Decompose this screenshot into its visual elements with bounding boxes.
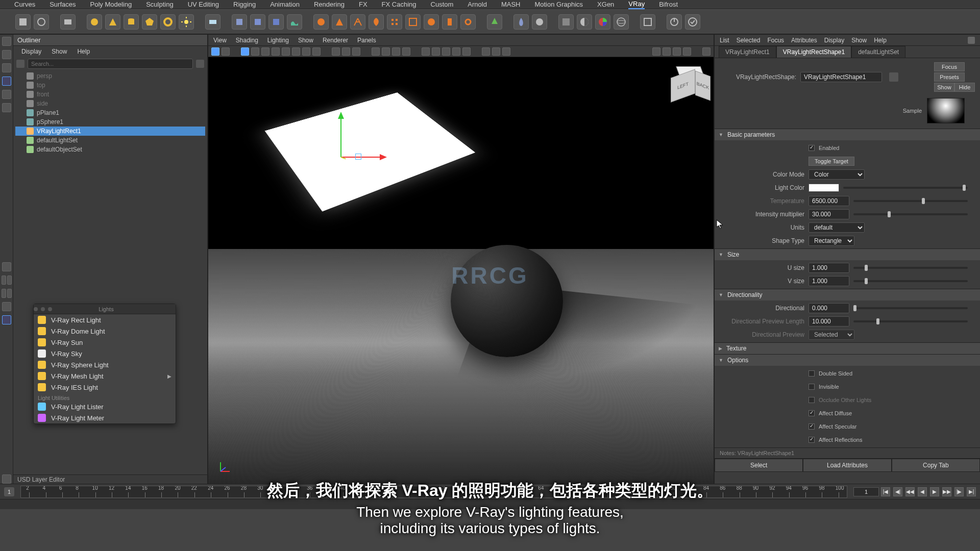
light-color-slider[interactable] <box>843 187 968 189</box>
vp-tool-18[interactable] <box>422 47 430 56</box>
vp-tool-23[interactable] <box>482 47 490 56</box>
shelf-btn-prim-poly[interactable] <box>142 14 157 30</box>
module-animation[interactable]: Animation <box>270 1 300 8</box>
vp-tool-1[interactable] <box>211 47 219 56</box>
shape-select[interactable]: Rectangle <box>808 236 854 246</box>
shelf-btn-file[interactable] <box>15 14 31 30</box>
module-mash[interactable]: MASH <box>501 1 521 8</box>
directional-field[interactable] <box>808 303 849 313</box>
outliner-menu-display[interactable]: Display <box>21 48 41 55</box>
shelf-btn-scene[interactable] <box>60 14 76 30</box>
select-tool[interactable] <box>2 37 11 46</box>
vp-tool-16[interactable] <box>392 47 400 56</box>
light-color-swatch[interactable] <box>808 184 839 192</box>
viewport-menu-lighting[interactable]: Lighting <box>267 37 289 44</box>
vp-tool-20[interactable] <box>442 47 450 56</box>
vp-tool-27[interactable] <box>663 47 671 56</box>
select-button[interactable]: Select <box>715 459 803 472</box>
copy-tab-button[interactable]: Copy Tab <box>892 459 980 472</box>
rotate-tool[interactable] <box>2 90 11 99</box>
vsize-slider[interactable] <box>853 280 968 282</box>
layout-a[interactable] <box>2 276 6 285</box>
vp-tool-30[interactable] <box>702 47 710 56</box>
attr-menu-attributes[interactable]: Attributes <box>791 37 817 44</box>
shelf-btn-frame[interactable] <box>640 14 655 30</box>
section-texture[interactable]: ▶Texture <box>715 343 980 354</box>
hide-button[interactable]: Hide <box>954 83 975 92</box>
shelf-btn-prim-cone[interactable] <box>105 14 120 30</box>
shelf-btn-orange4[interactable] <box>369 14 384 30</box>
shelf-btn-cube2[interactable] <box>250 14 265 30</box>
outliner-item-side[interactable]: side <box>15 99 205 108</box>
viewport-menu[interactable]: ViewShadingLightingShowRendererPanels <box>208 35 714 46</box>
shelf-btn-prim-sphere[interactable] <box>87 14 102 30</box>
next-key-button[interactable]: ▶▶ <box>942 487 951 496</box>
outliner-menu-help[interactable]: Help <box>77 48 90 55</box>
go-start-button[interactable]: |◀ <box>881 487 890 496</box>
light-option-v-ray-rect-light[interactable]: V-Ray Rect Light <box>34 314 176 325</box>
move-tool[interactable] <box>2 77 11 86</box>
module-rigging[interactable]: Rigging <box>233 1 256 8</box>
module-arnold[interactable]: Arnold <box>468 1 487 8</box>
affect-specular-checkbox[interactable] <box>808 423 815 430</box>
shelf-btn-half[interactable] <box>577 14 592 30</box>
vp-tool-4[interactable] <box>251 47 259 56</box>
usize-slider[interactable] <box>853 267 968 269</box>
shelf-btn-orange1[interactable] <box>313 14 329 30</box>
shelf-btn-sun-icon[interactable] <box>179 14 194 30</box>
module-custom[interactable]: Custom <box>431 1 454 8</box>
step-back-button[interactable]: ◀| <box>893 487 902 496</box>
shelf-btn-sphere2[interactable] <box>532 14 547 30</box>
outliner-item-defaultLightSet[interactable]: defaultLightSet <box>15 136 205 145</box>
outliner-item-pPlane1[interactable]: pPlane1 <box>15 108 205 117</box>
module-fx[interactable]: FX <box>359 1 368 8</box>
toggle-target-button[interactable]: Toggle Target <box>808 157 854 166</box>
vp-tool-11[interactable] <box>332 47 340 56</box>
module-fx-caching[interactable]: FX Caching <box>382 1 416 8</box>
vp-tool-25[interactable] <box>502 47 510 56</box>
shelf-btn-cube3[interactable] <box>268 14 284 30</box>
module-surfaces[interactable]: Surfaces <box>50 1 76 8</box>
shelf-btn-prim-cylinder[interactable] <box>124 14 139 30</box>
vp-tool-10[interactable] <box>312 47 321 56</box>
shelf-btn-tree-icon[interactable] <box>487 14 502 30</box>
vp-tool-17[interactable] <box>402 47 410 56</box>
attr-tabs[interactable]: VRayLightRect1VRayLightRectShape1default… <box>715 46 980 58</box>
paint-tool[interactable] <box>2 63 11 72</box>
module-curves[interactable]: Curves <box>14 1 35 8</box>
vp-tool-24[interactable] <box>492 47 500 56</box>
outliner-item-VRayLightRect1[interactable]: VRayLightRect1 <box>15 127 205 136</box>
layout-current[interactable] <box>2 315 11 324</box>
shelf-btn-power-icon[interactable] <box>667 14 682 30</box>
shelf-btn-orange5[interactable] <box>387 14 402 30</box>
layout-c[interactable] <box>2 289 6 298</box>
module-uv-editing[interactable]: UV Editing <box>188 1 219 8</box>
usd-layer-header[interactable]: USD Layer Editor <box>13 474 207 484</box>
step-fwd-button[interactable]: |▶ <box>954 487 964 496</box>
attr-tab-1[interactable]: VRayLightRectShape1 <box>776 46 851 58</box>
outliner-item-front[interactable]: front <box>15 90 205 99</box>
outliner-search[interactable] <box>28 59 193 69</box>
affect-diffuse-checkbox[interactable] <box>808 410 815 416</box>
presets-button[interactable]: Presets <box>934 72 965 82</box>
attr-menu-help[interactable]: Help <box>874 37 887 44</box>
attr-menu-selected[interactable]: Selected <box>737 37 761 44</box>
play-back-button[interactable]: ◀ <box>918 487 927 496</box>
units-select[interactable]: default <box>808 222 865 233</box>
show-button[interactable]: Show <box>934 83 954 92</box>
outliner-menu-show[interactable]: Show <box>52 48 67 55</box>
intensity-field[interactable] <box>808 209 849 219</box>
shelf-btn-orange2[interactable] <box>332 14 347 30</box>
section-options[interactable]: ▼Options <box>715 355 980 366</box>
shelf-btn-drop-icon[interactable] <box>513 14 529 30</box>
affect-reflections-checkbox[interactable] <box>808 437 815 443</box>
lights-popup[interactable]: Lights V-Ray Rect LightV-Ray Dome LightV… <box>33 304 176 424</box>
module-xgen[interactable]: XGen <box>597 1 614 8</box>
attr-menu-display[interactable]: Display <box>824 37 844 44</box>
filter-icon[interactable] <box>16 60 24 68</box>
vp-tool-2[interactable] <box>222 47 230 56</box>
go-end-button[interactable]: ▶| <box>967 487 976 496</box>
light-option-v-ray-light-meter[interactable]: V-Ray Light Meter <box>34 412 176 423</box>
shelf-bar[interactable] <box>0 9 980 35</box>
invisible-checkbox[interactable] <box>808 384 815 390</box>
